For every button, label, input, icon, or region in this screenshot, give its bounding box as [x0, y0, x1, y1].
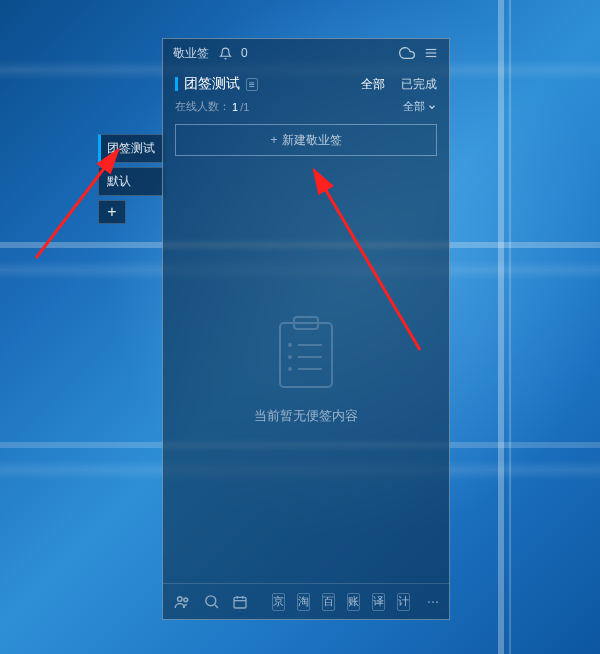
svg-point-21	[436, 601, 438, 603]
plus-icon: +	[270, 133, 277, 147]
svg-point-9	[288, 367, 292, 371]
shortcut-calc[interactable]: 计	[397, 593, 410, 611]
svg-point-19	[428, 601, 430, 603]
empty-state-text: 当前暂无便签内容	[254, 407, 358, 425]
online-current: 1	[232, 101, 238, 113]
clipboard-icon	[274, 315, 338, 391]
app-name: 敬业签	[173, 45, 209, 62]
bell-icon[interactable]	[217, 45, 233, 61]
filter-done[interactable]: 已完成	[401, 76, 437, 93]
add-category-button[interactable]: +	[98, 200, 126, 224]
svg-point-12	[184, 597, 188, 601]
filter-all[interactable]: 全部	[361, 76, 385, 93]
search-icon[interactable]	[203, 593, 220, 611]
window-titlebar: 敬业签 0	[163, 39, 449, 67]
category-tab-default[interactable]: 默认	[98, 167, 164, 196]
panel-header: 团签测试 ≡ 全部 已完成	[163, 67, 449, 97]
app-window: 敬业签 0 团签测试 ≡ 全部 已完成 在线人数： 1 / 1	[162, 38, 450, 620]
shortcut-account[interactable]: 账	[347, 593, 360, 611]
online-total: 1	[243, 101, 249, 113]
online-label: 在线人数：	[175, 99, 230, 114]
new-note-button[interactable]: + 新建敬业签	[175, 124, 437, 156]
svg-point-7	[288, 355, 292, 359]
calendar-icon[interactable]	[232, 593, 248, 611]
svg-point-11	[178, 596, 183, 601]
notes-list-empty: 当前暂无便签内容	[163, 156, 449, 583]
svg-point-5	[288, 343, 292, 347]
svg-point-13	[206, 596, 216, 606]
category-tab-team[interactable]: 团签测试	[98, 134, 164, 163]
scope-dropdown[interactable]: 全部	[403, 99, 437, 114]
svg-rect-3	[280, 323, 332, 387]
cloud-sync-icon[interactable]	[399, 45, 415, 61]
shortcut-translate[interactable]: 译	[372, 593, 385, 611]
chevron-down-icon	[427, 102, 437, 112]
menu-icon[interactable]	[423, 45, 439, 61]
panel-title: 团签测试	[184, 75, 240, 93]
app-footer: 京 淘 百 账 译 计	[163, 583, 449, 619]
contacts-icon[interactable]	[173, 593, 191, 611]
svg-line-14	[215, 605, 218, 608]
scope-dropdown-label: 全部	[403, 99, 425, 114]
notification-count: 0	[241, 46, 248, 60]
more-icon[interactable]	[426, 593, 440, 611]
new-note-label: 新建敬业签	[282, 132, 342, 149]
bg-line	[498, 0, 504, 654]
list-mode-icon[interactable]: ≡	[246, 78, 258, 91]
title-accent	[175, 77, 178, 91]
shortcut-taobao[interactable]: 淘	[297, 593, 310, 611]
shortcut-baidu[interactable]: 百	[322, 593, 335, 611]
svg-point-20	[432, 601, 434, 603]
shortcut-jd[interactable]: 京	[272, 593, 285, 611]
svg-rect-15	[234, 597, 246, 608]
panel-subheader: 在线人数： 1 / 1 全部	[163, 97, 449, 122]
category-tabs: 团签测试 默认 +	[98, 134, 164, 228]
